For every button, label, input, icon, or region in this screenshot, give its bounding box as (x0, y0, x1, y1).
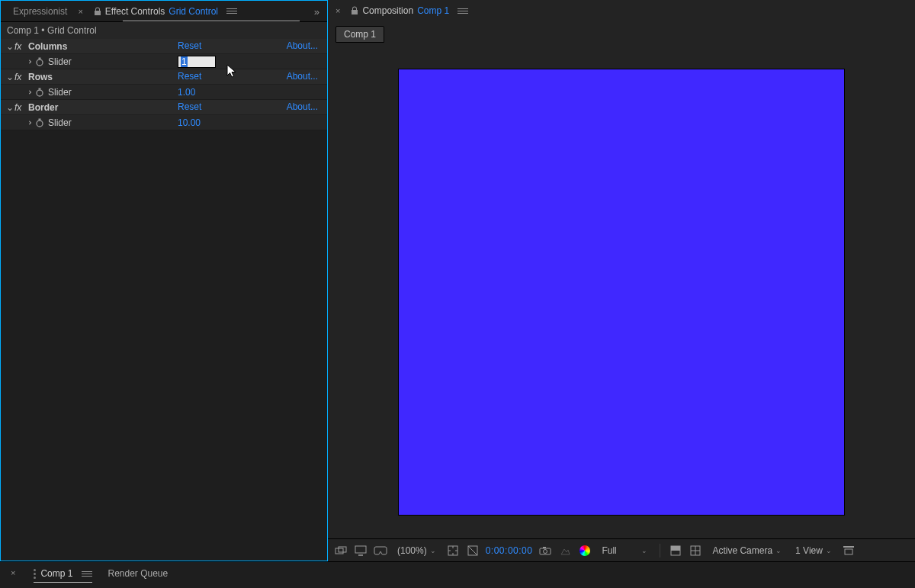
panel-menu-icon[interactable] (458, 5, 468, 16)
exposure-icon[interactable] (669, 544, 682, 557)
effect-header-border[interactable]: ⌄ fx Border Reset About... (1, 100, 327, 115)
transparency-grid-icon[interactable] (466, 544, 480, 557)
twirl-right-icon[interactable]: ⌄ (23, 118, 34, 127)
timecode[interactable]: 0:00:00:00 (486, 545, 533, 556)
svg-rect-24 (671, 546, 680, 551)
monitor-icon[interactable] (354, 544, 368, 557)
chevron-down-icon: ⌄ (641, 547, 647, 554)
views-dropdown[interactable]: 1 View ⌄ (791, 543, 836, 558)
reset-link[interactable]: Reset (178, 71, 201, 82)
timeline-tab-comp-label: Comp 1 (40, 568, 72, 579)
fx-icon[interactable]: fx (14, 72, 28, 82)
tab-close-icon[interactable]: × (332, 6, 343, 15)
svg-point-22 (544, 549, 547, 553)
tab-composition-label: Composition (362, 5, 413, 16)
views-value: 1 View (795, 545, 823, 556)
tab-effect-controls-layer: Grid Control (169, 6, 218, 17)
effect-columns-slider-row: ⌄ Slider 1 (1, 54, 327, 69)
twirl-down-icon[interactable]: ⌄ (5, 41, 14, 52)
breadcrumb: Comp 1 • Grid Control (1, 22, 327, 39)
svg-point-6 (37, 120, 43, 127)
maximize-panel-icon[interactable] (842, 544, 856, 557)
tab-effect-controls[interactable]: Effect Controls Grid Control (86, 3, 245, 20)
tab-close-icon[interactable]: × (75, 7, 85, 16)
about-link[interactable]: About... (287, 40, 318, 51)
twirl-down-icon[interactable]: ⌄ (5, 72, 14, 82)
overflow-tabs-icon[interactable]: » (314, 6, 319, 18)
svg-rect-21 (543, 547, 546, 548)
about-link[interactable]: About... (287, 71, 318, 82)
effect-rows-slider-row: ⌄ Slider 1.00 (1, 85, 327, 100)
region-of-interest-icon[interactable] (446, 544, 460, 557)
effect-name: Border (28, 102, 58, 113)
svg-point-0 (37, 59, 43, 66)
reset-link[interactable]: Reset (178, 40, 201, 51)
twirl-right-icon[interactable]: ⌄ (23, 57, 34, 66)
about-link[interactable]: About... (287, 101, 318, 112)
lock-icon (351, 6, 358, 15)
left-tabbar: Expressionist × Effect Controls Grid Con… (1, 1, 327, 22)
grid-guides-icon[interactable] (689, 544, 702, 557)
slider-label: Slider (48, 56, 72, 67)
effect-name: Rows (28, 72, 53, 82)
active-tab-underline (123, 21, 300, 21)
twirl-down-icon[interactable]: ⌄ (5, 102, 14, 113)
tab-composition-compname: Comp 1 (417, 5, 449, 16)
fx-icon[interactable]: fx (14, 41, 28, 52)
separator (660, 544, 660, 557)
slider-value[interactable]: 10.00 (178, 117, 201, 128)
snapshot-icon[interactable] (538, 544, 552, 557)
tab-close-icon[interactable]: × (8, 568, 18, 577)
fx-icon[interactable]: fx (14, 102, 28, 113)
camera-dropdown[interactable]: Active Camera ⌄ (708, 543, 785, 558)
tab-effect-controls-label: Effect Controls (105, 6, 165, 17)
tab-expressionist-label: Expressionist (13, 6, 67, 17)
timeline-tabbar: × Comp 1 Render Queue (0, 561, 915, 588)
composition-panel: × Composition Comp 1 Comp 1 (328, 0, 915, 561)
color-management-icon[interactable] (578, 544, 592, 557)
right-tabbar: × Composition Comp 1 (328, 0, 915, 21)
svg-rect-9 (336, 548, 343, 554)
effect-list: ⌄ fx Columns Reset About... ⌄ Slider 1 ⌄… (1, 39, 327, 130)
effect-border-slider-row: ⌄ Slider 10.00 (1, 115, 327, 130)
resolution-value: Full (602, 545, 616, 556)
svg-line-19 (468, 546, 477, 555)
timeline-tab-renderqueue-label: Render Queue (108, 568, 168, 579)
show-snapshot-icon[interactable] (558, 544, 572, 557)
tab-composition[interactable]: Composition Comp 1 (343, 2, 476, 19)
svg-rect-4 (39, 88, 41, 89)
lock-icon (94, 7, 101, 16)
slider-label: Slider (48, 117, 72, 128)
resolution-dropdown[interactable]: Full ⌄ (598, 543, 651, 558)
slider-label: Slider (48, 87, 72, 98)
chevron-down-icon: ⌄ (775, 547, 782, 554)
effect-controls-panel: Expressionist × Effect Controls Grid Con… (0, 0, 328, 561)
timeline-tab-renderqueue[interactable]: Render Queue (108, 568, 168, 582)
svg-rect-10 (339, 547, 346, 552)
reset-link[interactable]: Reset (178, 101, 201, 112)
slider-value[interactable]: 1.00 (178, 87, 195, 98)
vr-goggles-icon[interactable] (374, 544, 387, 557)
tab-expressionist[interactable]: Expressionist (5, 3, 75, 20)
effect-header-columns[interactable]: ⌄ fx Columns Reset About... (1, 39, 327, 54)
camera-value: Active Camera (712, 545, 772, 556)
comp-flowchart-tabbar: Comp 1 (328, 21, 915, 43)
zoom-dropdown[interactable]: (100%) ⌄ (393, 543, 440, 558)
drag-grip-icon (34, 569, 36, 579)
viewer-toolbar: (100%) ⌄ 0:00:00:00 Full ⌄ (328, 538, 915, 561)
stopwatch-icon[interactable] (34, 87, 45, 98)
toggle-pixel-aspect-icon[interactable] (334, 544, 348, 557)
panel-menu-icon[interactable] (82, 568, 92, 579)
stopwatch-icon[interactable] (34, 56, 45, 67)
timeline-tab-comp[interactable]: Comp 1 (34, 568, 92, 583)
zoom-value: (100%) (397, 545, 427, 556)
composition-viewer[interactable] (336, 50, 907, 534)
chevron-down-icon: ⌄ (430, 547, 436, 554)
panel-menu-icon[interactable] (226, 6, 237, 17)
slider-value-input[interactable]: 1 (178, 56, 216, 68)
stopwatch-icon[interactable] (34, 117, 45, 128)
twirl-right-icon[interactable]: ⌄ (23, 88, 34, 97)
svg-rect-28 (845, 549, 852, 554)
effect-header-rows[interactable]: ⌄ fx Rows Reset About... (1, 69, 327, 85)
comp-flowchart-tab[interactable]: Comp 1 (336, 26, 384, 43)
